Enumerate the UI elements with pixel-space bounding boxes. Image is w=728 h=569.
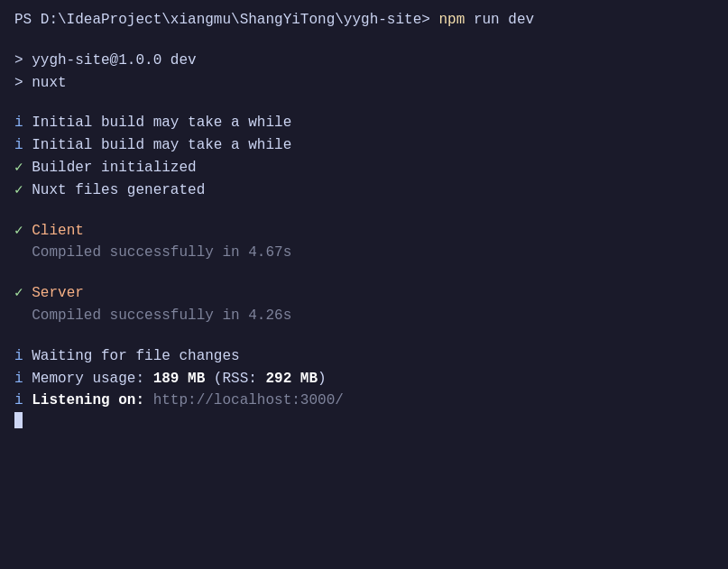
client-check-icon: ✓ [14, 220, 32, 243]
client-label: Client [32, 220, 84, 243]
cursor-line [14, 412, 714, 428]
client-header-line: ✓ Client [14, 220, 714, 243]
rss-close: ) [318, 368, 327, 390]
memory-icon: i [14, 368, 32, 390]
listening-icon: i [14, 390, 32, 412]
terminal: PS D:\IdeaProject\xiangmu\ShangYiTong\yy… [0, 0, 728, 569]
client-compiled-line: Compiled successfully in 4.67s [14, 242, 714, 264]
server-label: Server [32, 282, 84, 305]
rss-value: 292 MB [265, 368, 318, 390]
info-line-1: i Initial build may take a while [14, 112, 714, 134]
waiting-icon: i [14, 345, 32, 368]
check-icon-1: ✓ [14, 157, 32, 179]
info-icon-1: i [14, 112, 32, 134]
memory-line: i Memory usage: 189 MB (RSS: 292 MB) [14, 368, 714, 390]
memory-value: 189 MB [153, 368, 206, 390]
prompt-line: PS D:\IdeaProject\xiangmu\ShangYiTong\yy… [14, 9, 714, 32]
prompt-path: PS D:\IdeaProject\xiangmu\ShangYiTong\yy… [14, 9, 438, 32]
listening-line: i Listening on: http://localhost:3000/ [14, 390, 714, 412]
info-text-1: Initial build may take a while [32, 112, 291, 134]
server-check-icon: ✓ [14, 282, 32, 305]
memory-label: Memory usage: [32, 368, 152, 390]
builder-initialized-text: Builder initialized [32, 157, 196, 179]
listening-url: http://localhost:3000/ [153, 390, 344, 412]
server-header-line: ✓ Server [14, 282, 714, 305]
listening-label: Listening on: [32, 390, 152, 412]
spacer-4 [14, 264, 714, 282]
rss-label: (RSS: [205, 368, 265, 390]
npm-cmd: npm [438, 9, 465, 32]
info-text-2: Initial build may take a while [32, 134, 291, 157]
spacer-1 [14, 32, 714, 50]
pkg-nuxt-line: > nuxt [14, 72, 714, 95]
pkg-nuxt-text: > nuxt [14, 72, 67, 95]
spacer-3 [14, 202, 714, 220]
check-line-1: ✓ Builder initialized [14, 157, 714, 179]
check-icon-2: ✓ [14, 179, 32, 202]
spacer-2 [14, 94, 714, 112]
client-compiled-text: Compiled successfully in 4.67s [14, 242, 291, 264]
run-dev-cmd: run dev [465, 9, 534, 32]
server-compiled-line: Compiled successfully in 4.26s [14, 305, 714, 327]
nuxt-files-text: Nuxt files generated [32, 179, 205, 202]
pkg-dev-line: > yygh-site@1.0.0 dev [14, 50, 714, 72]
spacer-5 [14, 327, 714, 345]
info-icon-2: i [14, 134, 32, 157]
pkg-dev-text: > yygh-site@1.0.0 dev [14, 50, 197, 72]
server-compiled-text: Compiled successfully in 4.26s [14, 305, 291, 327]
check-line-2: ✓ Nuxt files generated [14, 179, 714, 202]
waiting-text: Waiting for file changes [32, 345, 239, 368]
info-line-2: i Initial build may take a while [14, 134, 714, 157]
terminal-cursor [14, 412, 23, 428]
waiting-line: i Waiting for file changes [14, 345, 714, 368]
